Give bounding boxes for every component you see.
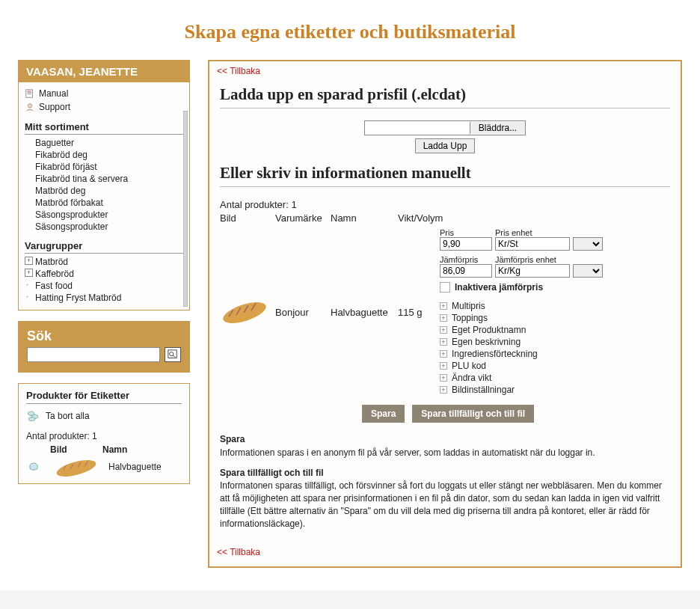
plus-icon: +	[440, 386, 447, 394]
sortiment-title: Mitt sortiment	[25, 121, 183, 135]
plus-icon: +	[440, 374, 447, 382]
plus-icon: +	[440, 362, 447, 370]
pris-enhet-select[interactable]	[573, 237, 603, 251]
user-header: VAASAN, JEANETTE	[19, 61, 189, 82]
jmf-enhet-input[interactable]	[495, 264, 570, 278]
product-count: Antal produkter: 1	[220, 199, 670, 210]
expand-item[interactable]: +Eget Produktnamn	[440, 324, 670, 336]
back-link-top[interactable]: << Tillbaka	[209, 61, 681, 76]
browse-button[interactable]: Bläddra...	[470, 122, 525, 134]
pris-input[interactable]	[440, 237, 492, 251]
plus-icon: +	[440, 326, 447, 334]
save-button[interactable]: Spara	[362, 405, 405, 423]
support-icon	[25, 102, 35, 112]
svg-rect-2	[28, 92, 31, 93]
jmf-enhet-label: Jämförpris enhet	[495, 255, 570, 264]
scrollbar[interactable]	[183, 111, 188, 307]
product-row: Bonjour Halvbaguette 115 g Pris Pris enh…	[220, 228, 670, 396]
back-link-bottom[interactable]: << Tillbaka	[209, 542, 681, 557]
upload-button[interactable]: Ladda Upp	[415, 138, 476, 153]
svg-rect-1	[28, 91, 31, 92]
sortiment-item[interactable]: Baguetter	[25, 137, 183, 149]
expand-item[interactable]: +Ändra vikt	[440, 372, 670, 384]
expand-label: Ändra vikt	[452, 373, 491, 383]
svg-line-7	[173, 355, 176, 358]
inactivate-checkbox[interactable]	[440, 282, 450, 293]
sortiment-item[interactable]: Fikabröd tina & servera	[25, 173, 183, 185]
search-icon	[168, 349, 178, 360]
jmf-label: Jämförpris	[440, 255, 492, 264]
desc-spara: Spara Informationen sparas i en anonym f…	[220, 433, 670, 459]
expand-label: Multipris	[452, 301, 485, 311]
product-image	[220, 296, 275, 328]
product-table-head: Bild Varumärke Namn Vikt/Volym	[220, 212, 670, 228]
varugrupp-item[interactable]: Kaffebröd	[25, 268, 183, 280]
sortiment-item[interactable]: Fikabröd deg	[25, 149, 183, 161]
plus-icon: +	[440, 302, 447, 310]
plus-icon: +	[440, 314, 447, 322]
product-weight: 115 g	[398, 307, 440, 318]
svg-rect-3	[28, 94, 31, 94]
desc-spara-fil: Spara tillfälligt och till fil Informato…	[220, 467, 670, 530]
expand-item[interactable]: +Ingrediensförteckning	[440, 348, 670, 360]
etikett-row-name: Halvbaguette	[108, 462, 182, 472]
search-label: Sök	[27, 328, 181, 344]
expand-item[interactable]: +PLU kod	[440, 360, 670, 372]
product-brand: Bonjour	[275, 307, 331, 318]
sortiment-item[interactable]: Matbröd deg	[25, 185, 183, 197]
varugrupp-item[interactable]: Hatting Fryst Matbröd	[25, 292, 183, 304]
save-to-file-button[interactable]: Spara tillfälligt och till fil	[412, 405, 534, 423]
page-title: Skapa egna etiketter och butiksmaterial	[0, 0, 700, 60]
search-panel: Sök	[18, 321, 190, 373]
cups-icon	[26, 408, 41, 423]
pris-enhet-label: Pris enhet	[495, 228, 570, 237]
support-label: Support	[39, 102, 70, 112]
manual-title: Eller skriv in informationen manuellt	[220, 164, 670, 187]
expand-item[interactable]: +Bildinställningar	[440, 384, 670, 396]
etikett-head-bild: Bild	[50, 444, 102, 455]
manual-label: Manual	[39, 88, 68, 99]
pris-label: Pris	[440, 228, 492, 237]
expand-label: PLU kod	[452, 361, 486, 371]
expand-label: Bildinställningar	[452, 385, 515, 395]
expand-label: Eget Produktnamn	[452, 325, 526, 335]
etikett-count: Antal produkter: 1	[26, 431, 182, 441]
pris-enhet-input[interactable]	[495, 237, 570, 251]
sortiment-item[interactable]: Säsongsprodukter	[25, 221, 183, 233]
expand-label: Ingrediensförteckning	[452, 349, 538, 359]
expand-label: Egen beskrivning	[452, 337, 521, 347]
varugrupper-title: Varugrupper	[25, 240, 183, 254]
expand-item[interactable]: +Egen beskrivning	[440, 336, 670, 348]
svg-point-4	[28, 104, 31, 108]
upload-title: Ladda upp en sparad prisfil (.elcdat)	[220, 85, 670, 108]
expand-item[interactable]: +Multipris	[440, 300, 670, 312]
sortiment-item[interactable]: Säsongsprodukter	[25, 209, 183, 221]
plus-icon: +	[440, 338, 447, 346]
jmf-input[interactable]	[440, 264, 492, 278]
sortiment-item[interactable]: Matbröd förbakat	[25, 197, 183, 209]
search-button[interactable]	[165, 347, 181, 362]
varugrupp-item[interactable]: Matbröd	[25, 256, 183, 268]
support-link[interactable]: Support	[25, 100, 183, 114]
remove-all-label: Ta bort alla	[46, 411, 90, 421]
cup-icon	[26, 459, 41, 474]
remove-all-button[interactable]: Ta bort alla	[26, 408, 182, 423]
etikett-head-namn: Namn	[102, 444, 182, 455]
plus-icon: +	[440, 350, 447, 358]
product-name: Halvbaguette	[331, 307, 398, 318]
expand-item[interactable]: +Toppings	[440, 312, 670, 324]
manual-link[interactable]: Manual	[25, 87, 183, 100]
etiketter-title: Produkter för Etiketter	[26, 390, 182, 404]
file-path-input[interactable]	[365, 121, 470, 135]
expand-label: Toppings	[452, 313, 488, 323]
manual-icon	[25, 88, 35, 99]
etikett-row[interactable]: Halvbaguette	[26, 456, 182, 477]
svg-point-10	[28, 417, 34, 421]
svg-point-12	[55, 456, 98, 477]
baguette-icon	[53, 456, 99, 477]
inactivate-label: Inaktivera jämförpris	[455, 282, 543, 293]
jmf-enhet-select[interactable]	[573, 264, 603, 278]
search-input[interactable]	[27, 347, 160, 362]
varugrupp-item[interactable]: Fast food	[25, 280, 183, 292]
sortiment-item[interactable]: Fikabröd förjäst	[25, 161, 183, 173]
